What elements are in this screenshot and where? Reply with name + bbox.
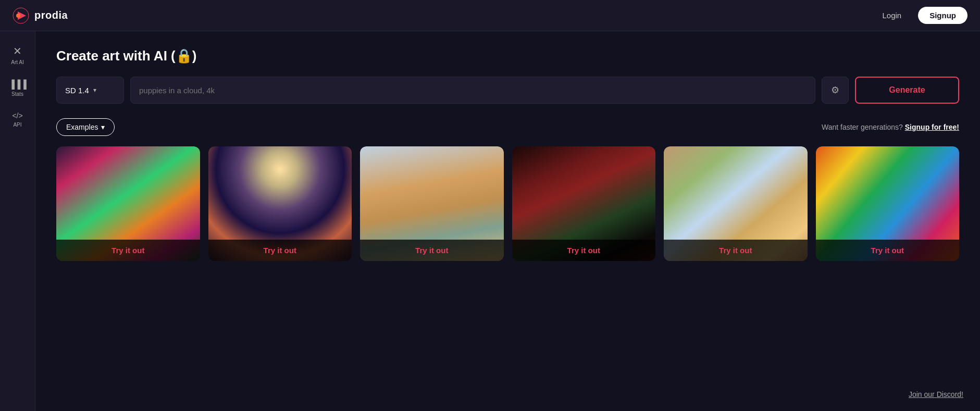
signup-free-link[interactable]: Signup for free! (905, 123, 959, 131)
signup-promo: Want faster generations? Signup for free… (822, 123, 959, 131)
try-it-overlay-6[interactable]: Try it out (816, 240, 960, 261)
toolbar: SD 1.4 ▾ ⚙ Generate (56, 77, 959, 104)
try-it-overlay-2[interactable]: Try it out (208, 240, 352, 261)
generate-button[interactable]: Generate (855, 77, 959, 104)
stats-icon: ▐▐▐ (8, 80, 26, 89)
sidebar-item-art-ai[interactable]: ✕ Art AI (3, 40, 32, 70)
examples-button[interactable]: Examples ▾ (56, 118, 115, 136)
model-label: SD 1.4 (65, 86, 89, 95)
gallery-item-1[interactable]: Try it out (56, 146, 200, 261)
art-ai-icon: ✕ (13, 45, 22, 57)
chevron-down-icon: ▾ (101, 123, 105, 131)
login-button[interactable]: Login (874, 7, 910, 24)
logo-text: prodia (34, 9, 68, 21)
gallery-item-4[interactable]: Try it out (512, 146, 656, 261)
gallery-item-5[interactable]: Try it out (664, 146, 808, 261)
sidebar-item-label-stats: Stats (11, 91, 23, 97)
sidebar-item-label-art-ai: Art AI (11, 59, 23, 65)
sidebar-item-stats[interactable]: ▐▐▐ Stats (3, 74, 32, 102)
svg-point-2 (16, 14, 20, 18)
gallery-item-2[interactable]: Try it out (208, 146, 352, 261)
gallery-item-6[interactable]: Try it out (816, 146, 960, 261)
settings-button[interactable]: ⚙ (822, 77, 849, 104)
examples-label: Examples (66, 123, 98, 131)
chevron-down-icon: ▾ (93, 86, 96, 94)
sidebar-item-label-api: API (13, 122, 21, 128)
try-it-overlay-4[interactable]: Try it out (512, 240, 656, 261)
discord-link[interactable]: Join our Discord! (909, 390, 963, 398)
prompt-input[interactable] (130, 77, 815, 104)
nav-actions: Login Signup (874, 7, 967, 24)
examples-row: Examples ▾ Want faster generations? Sign… (56, 118, 959, 136)
settings-icon: ⚙ (831, 84, 839, 96)
sidebar-item-api[interactable]: </> API (3, 106, 32, 133)
app-layout: ✕ Art AI ▐▐▐ Stats </> API Create art wi… (0, 31, 980, 411)
try-it-overlay-1[interactable]: Try it out (56, 240, 200, 261)
logo-icon (13, 7, 29, 24)
api-icon: </> (12, 111, 22, 120)
page-title: Create art with AI (🔒) (56, 48, 959, 64)
topnav: prodia Login Signup (0, 0, 980, 31)
gallery: Try it out Try it out Try it out Try it … (56, 146, 959, 261)
try-it-overlay-5[interactable]: Try it out (664, 240, 808, 261)
gallery-item-3[interactable]: Try it out (360, 146, 504, 261)
sidebar: ✕ Art AI ▐▐▐ Stats </> API (0, 31, 35, 411)
model-selector[interactable]: SD 1.4 ▾ (56, 77, 124, 104)
logo-area: prodia (13, 7, 68, 24)
signup-button[interactable]: Signup (918, 7, 967, 24)
try-it-overlay-3[interactable]: Try it out (360, 240, 504, 261)
main-content: Create art with AI (🔒) SD 1.4 ▾ ⚙ Genera… (35, 31, 980, 411)
